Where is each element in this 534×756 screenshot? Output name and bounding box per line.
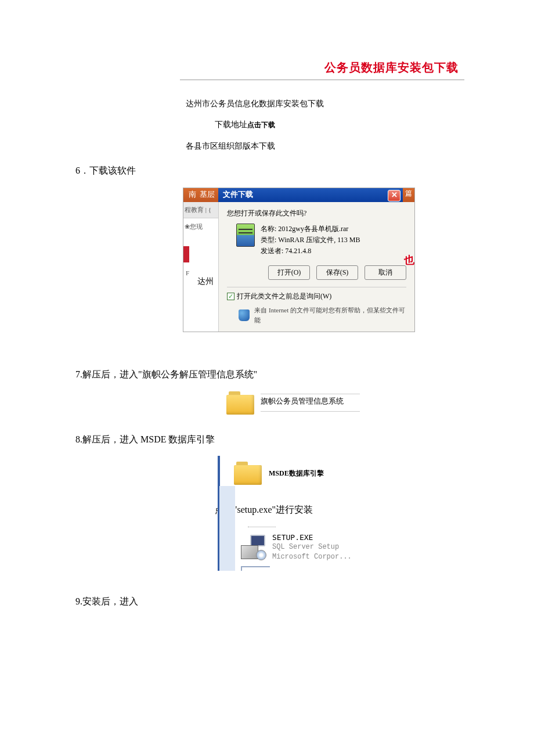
download-link[interactable]: 点击下载 bbox=[247, 121, 275, 129]
meta-from-label: 发送者: bbox=[261, 247, 283, 255]
step-6-heading: 6．下载该软件 bbox=[75, 163, 464, 178]
dialog-main: 您想打开或保存此文件吗? 名称: 2012gwy各县单机版.rar 类型: Wi… bbox=[218, 202, 414, 332]
shield-icon bbox=[239, 309, 250, 321]
divider bbox=[227, 287, 406, 287]
dialog-prompt: 您想打开或保存此文件吗? bbox=[227, 208, 406, 219]
intro-line-1: 达州市公务员信息化数据库安装包下载 bbox=[186, 98, 464, 110]
dialog-title: 文件下载 ✕ bbox=[218, 188, 403, 202]
download-line: 下载地址点击下载 bbox=[215, 118, 464, 131]
step-7-heading: 7.解压后，进入"旗帜公务解压管理信息系统" bbox=[75, 367, 464, 382]
intro-line-2: 各县市区组织部版本下载 bbox=[186, 140, 464, 153]
save-button[interactable]: 保存(S) bbox=[316, 265, 358, 280]
dialog-body: 程教育 | { ❀您现 F 达州 您想打开或保存此文件吗? 名称: 2012gw… bbox=[183, 202, 414, 332]
meta-type-value: WinRAR 压缩文件, 113 MB bbox=[278, 236, 360, 244]
file-meta: 名称: 2012gwy各县单机版.rar 类型: WinRAR 压缩文件, 11… bbox=[261, 224, 360, 257]
file-info-row: 名称: 2012gwy各县单机版.rar 类型: WinRAR 压缩文件, 11… bbox=[236, 224, 406, 257]
corner-decoration bbox=[241, 566, 270, 571]
download-address-label: 下载地址 bbox=[215, 120, 247, 129]
rar-archive-icon bbox=[236, 224, 255, 247]
close-icon[interactable]: ✕ bbox=[388, 190, 400, 201]
setup-desc-1: SQL Server Setup bbox=[272, 542, 352, 552]
file-download-dialog: 南 基层 文件下载 ✕ 篇 程教育 | { ❀您现 F 达州 您想打开或保存此文… bbox=[183, 188, 415, 332]
meta-name-label: 名称: bbox=[261, 225, 276, 233]
cancel-button[interactable]: 取消 bbox=[365, 265, 406, 280]
nav-text-2: 基层 bbox=[200, 189, 215, 201]
nav-note: ❀您现 bbox=[183, 218, 218, 236]
setup-meta: SETUP.EXE SQL Server Setup Microsoft Cor… bbox=[272, 532, 352, 561]
folder-icon bbox=[226, 391, 254, 415]
partial-red-text: 也 bbox=[404, 252, 414, 269]
folder-label: 旗帜公务员管理信息系统 bbox=[261, 394, 360, 412]
header-region: 公务员数据库安装包下载 bbox=[180, 58, 464, 80]
dialog-title-bar: 南 基层 文件下载 ✕ 篇 bbox=[183, 188, 414, 202]
folder-block-qizhi[interactable]: 旗帜公务员管理信息系统 bbox=[226, 391, 360, 415]
nav-sub-text: 程教育 | { bbox=[183, 202, 218, 219]
nav-red-bar bbox=[183, 246, 189, 262]
info-row: 来自 Internet 的文件可能对您有所帮助，但某些文件可能 bbox=[239, 305, 406, 326]
setup-exe-block: SETUP.EXE SQL Server Setup Microsoft Cor… bbox=[218, 527, 369, 571]
open-button[interactable]: 打开(O) bbox=[268, 265, 310, 280]
step-8b-text: 点击"setup.exe"进行安装 bbox=[215, 502, 464, 517]
meta-type-label: 类型: bbox=[261, 236, 276, 244]
step-8-heading: 8.解压后，进入 MSDE 数据库引擎 bbox=[75, 432, 464, 447]
top-dash-border bbox=[248, 527, 276, 527]
setup-desc-2: Microsoft Corpor... bbox=[272, 552, 352, 561]
folder-label: MSDE数据库引擎 bbox=[269, 469, 324, 478]
setup-filename: SETUP.EXE bbox=[272, 532, 352, 543]
folder-block-msde[interactable]: MSDE数据库引擎 bbox=[218, 456, 351, 491]
meta-name-value: 2012gwy各县单机版.rar bbox=[278, 225, 348, 233]
page-title: 公务员数据库安装包下载 bbox=[180, 58, 464, 80]
folder-icon bbox=[234, 462, 262, 485]
always-ask-checkbox[interactable]: ✓ bbox=[227, 293, 234, 300]
bg-left-nav: 程教育 | { ❀您现 F 达州 bbox=[183, 202, 218, 332]
meta-from-value: 74.21.4.8 bbox=[285, 247, 311, 255]
nav-text-1: 南 bbox=[189, 189, 196, 201]
step-9-heading: 9.安装后，进入 bbox=[75, 594, 464, 609]
blue-vertical-bar bbox=[218, 486, 235, 571]
checkbox-label: 打开此类文件之前总是询问(W) bbox=[237, 291, 331, 302]
dialog-title-text: 文件下载 bbox=[223, 189, 253, 201]
setup-item[interactable]: SETUP.EXE SQL Server Setup Microsoft Cor… bbox=[241, 528, 369, 561]
info-text: 来自 Internet 的文件可能对您有所帮助，但某些文件可能 bbox=[254, 305, 406, 326]
button-row: 打开(O) 保存(S) 取消 bbox=[227, 265, 406, 280]
bg-nav-header: 南 基层 bbox=[183, 188, 218, 202]
bg-right-strip: 篇 bbox=[403, 188, 414, 202]
setup-installer-icon bbox=[241, 535, 265, 559]
checkbox-row: ✓ 打开此类文件之前总是询问(W) bbox=[227, 291, 406, 302]
intro-block: 达州市公务员信息化数据库安装包下载 下载地址点击下载 各县市区组织部版本下载 bbox=[186, 98, 464, 153]
nav-dazhou: 达州 bbox=[197, 275, 218, 288]
